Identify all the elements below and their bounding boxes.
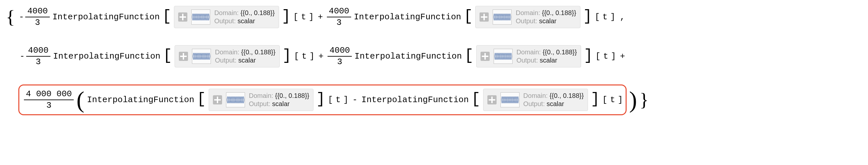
bracket-close: ] [282, 13, 291, 20]
bracket-open: [ [197, 96, 206, 103]
apply-close: ] [611, 52, 616, 61]
summary-meta: Domain: {{0., 0.188}} Output: scalar [214, 9, 275, 25]
fraction-4000-3: 4000 3 [327, 6, 351, 27]
expand-icon[interactable] [179, 52, 188, 61]
expand-icon[interactable] [213, 95, 222, 104]
interp-fn-label: InterpolatingFunction [53, 52, 160, 61]
interpolating-function-summary[interactable]: Domain: {{0., 0.188}} Output: scalar [209, 89, 314, 111]
minus-op: - [351, 95, 359, 105]
plus-op: + [317, 52, 325, 61]
var-t: t [301, 12, 306, 22]
expand-icon[interactable] [480, 52, 490, 61]
var-t: t [336, 95, 341, 105]
apply-open: [ [602, 95, 608, 105]
plus-op: + [316, 12, 324, 22]
expression-row-2: - 4000 3 InterpolatingFunction [ Domain:… [6, 45, 865, 67]
var-t: t [603, 52, 608, 61]
expand-icon[interactable] [479, 12, 489, 22]
apply-open: [ [328, 95, 333, 105]
summary-meta: Domain: {{0., 0.188}} Output: scalar [517, 48, 577, 65]
paren-close: ) [629, 94, 637, 106]
bracket-open: [ [163, 52, 172, 60]
thumbnail-plot [493, 9, 512, 25]
bracket-close: ] [584, 52, 593, 60]
interpolating-function-summary[interactable]: Domain: {{0., 0.188}} Output: scalar [476, 45, 581, 67]
apply-close: ] [343, 95, 348, 105]
output-cell: { - 4000 3 InterpolatingFunction [ Domai… [0, 0, 868, 121]
fraction: 4000 3 [25, 6, 50, 27]
thumbnail-plot [494, 49, 513, 64]
expression-row-1: { - 4000 3 InterpolatingFunction [ Domai… [6, 6, 865, 28]
brace-close: } [640, 89, 649, 110]
summary-meta: Domain: {{0., 0.188}} Output: scalar [516, 9, 576, 25]
bracket-open: [ [471, 96, 480, 103]
interp-fn-label: InterpolatingFunction [354, 52, 462, 61]
brace-open: { [6, 6, 15, 28]
interpolating-function-summary[interactable]: Domain: {{0., 0.188}} Output: scalar [174, 6, 279, 28]
interp-fn-label: InterpolatingFunction [354, 12, 461, 22]
thumbnail-plot [191, 9, 210, 25]
var-t: t [602, 12, 608, 22]
bracket-close: ] [316, 96, 325, 103]
selection-highlight: 4 000 000 3 ( InterpolatingFunction [ Do… [18, 85, 627, 115]
apply-close: ] [309, 12, 314, 22]
bracket-close: ] [583, 13, 592, 20]
apply-close: ] [610, 12, 616, 22]
bracket-close: ] [591, 96, 600, 103]
bracket-open: [ [464, 13, 473, 20]
paren-open: ( [76, 94, 84, 106]
apply-open: [ [595, 12, 600, 22]
fraction-4000000-3: 4 000 000 3 [24, 89, 74, 110]
thumbnail-plot [226, 92, 245, 107]
bracket-open: [ [464, 52, 474, 60]
expression-row-3: 4 000 000 3 ( InterpolatingFunction [ Do… [6, 85, 865, 115]
fraction-neg-4000-3: - 4000 3 [18, 46, 51, 66]
fraction-4000-3: 4000 3 [328, 46, 352, 66]
interp-fn-label: InterpolatingFunction [361, 95, 469, 105]
summary-meta: Domain: {{0., 0.188}} Output: scalar [215, 48, 276, 65]
bracket-open: [ [162, 13, 172, 20]
apply-close: ] [310, 52, 315, 61]
summary-meta: Domain: {{0., 0.188}} Output: scalar [523, 92, 584, 108]
comma: , [618, 12, 625, 22]
thumbnail-plot [192, 49, 211, 64]
var-t: t [610, 95, 615, 105]
interp-fn-label: InterpolatingFunction [87, 95, 194, 105]
bracket-close: ] [282, 52, 291, 60]
thumbnail-plot [500, 92, 520, 107]
apply-open: [ [294, 52, 299, 61]
fraction-neg-4000-3: - 4000 3 [18, 6, 50, 27]
expand-icon[interactable] [487, 95, 497, 104]
interp-fn-label: InterpolatingFunction [53, 12, 160, 22]
var-t: t [302, 52, 307, 61]
summary-meta: Domain: {{0., 0.188}} Output: scalar [249, 92, 310, 108]
apply-close: ] [618, 95, 623, 105]
apply-open: [ [595, 52, 601, 61]
interpolating-function-summary[interactable]: Domain: {{0., 0.188}} Output: scalar [175, 45, 280, 67]
expand-icon[interactable] [178, 12, 187, 22]
fraction: 4000 3 [26, 46, 51, 66]
plus-op: + [619, 52, 627, 61]
interpolating-function-summary[interactable]: Domain: {{0., 0.188}} Output: scalar [475, 6, 581, 28]
interpolating-function-summary[interactable]: Domain: {{0., 0.188}} Output: scalar [483, 89, 588, 111]
apply-open: [ [293, 12, 299, 22]
